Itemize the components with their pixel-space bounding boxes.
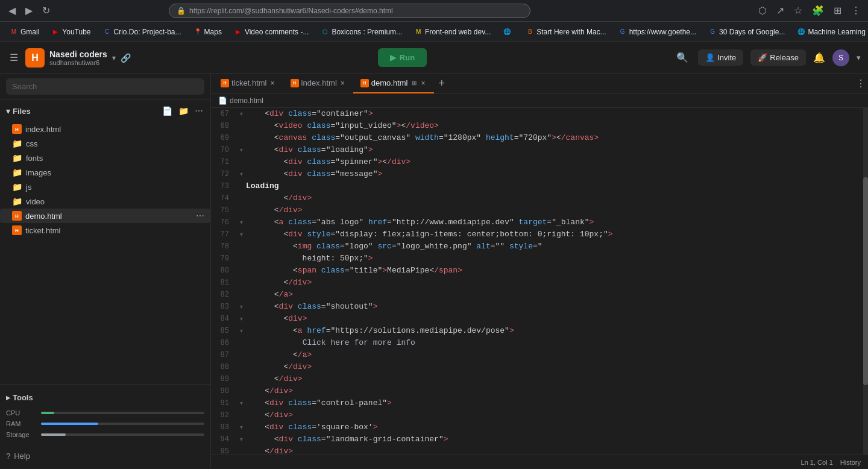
share-icon[interactable]: ↗ bbox=[774, 2, 787, 19]
line-row: 93▾ <div class='square-box'> bbox=[211, 421, 868, 433]
line-row: 74 </div> bbox=[211, 192, 868, 204]
bookmark-frontend[interactable]: M Front-end web dev... bbox=[409, 25, 495, 39]
bookmark-starthere[interactable]: B Start Here with Mac... bbox=[521, 25, 611, 39]
notifications-button[interactable]: 🔔 bbox=[813, 52, 825, 63]
release-button[interactable]: 🚀 Release bbox=[750, 49, 806, 66]
line-number: 89 bbox=[211, 373, 236, 385]
tab-demo-html[interactable]: H demo.html ⊞ × bbox=[353, 74, 434, 93]
bookmark-boxicons[interactable]: ⬡ Boxicons : Premium... bbox=[316, 25, 407, 39]
bookmark-maps[interactable]: 📍 Maps bbox=[189, 25, 227, 39]
refresh-button[interactable]: ↻ bbox=[39, 2, 54, 19]
criodo-favicon: C bbox=[103, 28, 112, 36]
folder-item-js[interactable]: 📁 js bbox=[0, 180, 210, 194]
help-button[interactable]: ? Help bbox=[0, 448, 210, 464]
line-row: 86 Click here for more info bbox=[211, 337, 868, 349]
line-row: 90 </div> bbox=[211, 385, 868, 397]
project-chevron-icon[interactable]: ▾ bbox=[112, 54, 116, 62]
url-text: https://replit.com/@sudhanshutiwar6/Nase… bbox=[189, 7, 393, 15]
add-tab-button[interactable]: + bbox=[434, 75, 450, 92]
line-row: 78 <img class="logo" src="logo_white.png… bbox=[211, 241, 868, 253]
bookmark-goethe[interactable]: G https://www.goethe... bbox=[614, 25, 701, 39]
line-gutter-icon bbox=[236, 337, 246, 349]
resource-bars: CPU RAM Storage bbox=[0, 406, 210, 448]
bookmark-ml[interactable]: 🌐 Machine Learning bbox=[792, 25, 868, 39]
tabs-bar: H ticket.html × H index.html × H demo.ht… bbox=[211, 74, 868, 94]
boxicons-favicon: ⬡ bbox=[321, 28, 329, 36]
address-bar[interactable]: 🔒 https://replit.com/@sudhanshutiwar6/Na… bbox=[169, 4, 530, 18]
settings-icon[interactable]: ⋮ bbox=[849, 2, 863, 19]
tools-header[interactable]: ▸ Tools bbox=[0, 389, 210, 406]
line-code: </div> bbox=[246, 385, 868, 397]
line-number: 82 bbox=[211, 289, 236, 301]
file-item-ticket-html[interactable]: H ticket.html bbox=[0, 223, 210, 238]
line-row: 84▾ <div> bbox=[211, 313, 868, 325]
code-scroll-area[interactable]: 67▾ <div class="container">68 <video cla… bbox=[211, 108, 868, 455]
hamburger-menu[interactable]: ☰ bbox=[7, 49, 20, 66]
history-label[interactable]: History bbox=[840, 459, 861, 466]
bookmark-youtube[interactable]: ▶ YouTube bbox=[46, 25, 95, 39]
extension-icon[interactable]: 🧩 bbox=[810, 2, 826, 19]
30days-favicon: G bbox=[708, 28, 717, 36]
line-row: 95 </div> bbox=[211, 445, 868, 455]
html-icon: H bbox=[12, 124, 22, 134]
line-number: 71 bbox=[211, 156, 236, 168]
tab-close-button[interactable]: × bbox=[420, 79, 427, 87]
file-item-demo-html[interactable]: H demo.html ⋯ bbox=[0, 209, 210, 223]
run-label: Run bbox=[400, 53, 415, 62]
line-code: <div class='square-box'> bbox=[246, 421, 868, 433]
cast-icon[interactable]: ⬡ bbox=[756, 2, 769, 19]
line-number: 93 bbox=[211, 421, 236, 433]
folder-item-images[interactable]: 📁 images bbox=[0, 165, 210, 180]
scrollbar-thumb[interactable] bbox=[863, 177, 868, 385]
line-row: 71 <div class="spinner"></div> bbox=[211, 156, 868, 168]
line-code: </div> bbox=[246, 409, 868, 421]
scrollbar-track[interactable] bbox=[863, 108, 868, 455]
cpu-bar-fill bbox=[41, 412, 54, 414]
file-options-icon[interactable]: ⋯ bbox=[196, 211, 204, 221]
line-gutter-icon bbox=[236, 156, 246, 168]
bookmark-30days[interactable]: G 30 Days of Google... bbox=[703, 25, 790, 39]
file-name: ticket.html bbox=[25, 226, 61, 235]
tab-index-html[interactable]: H index.html × bbox=[283, 74, 353, 93]
tab-ticket-html[interactable]: H ticket.html × bbox=[213, 74, 283, 93]
replit-logo: H bbox=[25, 48, 45, 68]
bookmark-gmail[interactable]: M Gmail bbox=[5, 25, 44, 39]
files-section-header[interactable]: ▾ Files 📄 📁 ⋯ bbox=[0, 100, 210, 122]
back-button[interactable]: ◀ bbox=[5, 2, 19, 19]
bookmark-criodo[interactable]: C Crio.Do: Project-ba... bbox=[98, 25, 186, 39]
line-code: <span class="title">MediaPipe</span> bbox=[246, 265, 868, 277]
folder-item-fonts[interactable]: 📁 fonts bbox=[0, 151, 210, 165]
new-file-button[interactable]: 📄 bbox=[161, 105, 174, 117]
avatar-chevron-icon[interactable]: ▾ bbox=[857, 53, 861, 62]
profile-icon[interactable]: ⊞ bbox=[831, 2, 844, 19]
line-row: 72▾ <div class="message"> bbox=[211, 168, 868, 180]
code-editor[interactable]: 67▾ <div class="container">68 <video cla… bbox=[211, 108, 868, 455]
forward-button[interactable]: ▶ bbox=[22, 2, 36, 19]
tab-close-button[interactable]: × bbox=[339, 79, 346, 87]
line-number: 84 bbox=[211, 313, 236, 325]
new-folder-button[interactable]: 📁 bbox=[177, 105, 190, 117]
tabs-menu-button[interactable]: ⋮ bbox=[856, 78, 866, 89]
link-icon[interactable]: 🔗 bbox=[121, 53, 131, 63]
user-avatar[interactable]: S bbox=[832, 49, 849, 66]
folder-item-video[interactable]: 📁 video bbox=[0, 194, 210, 209]
file-item-index-html[interactable]: H index.html bbox=[0, 122, 210, 136]
bookmark-video-comments[interactable]: ▶ Video comments -... bbox=[229, 25, 314, 39]
tab-split-icon[interactable]: ⊞ bbox=[410, 78, 418, 87]
run-button[interactable]: ▶ Run bbox=[378, 48, 427, 67]
search-input[interactable] bbox=[6, 78, 204, 95]
line-number: 77 bbox=[211, 228, 236, 241]
tab-close-button[interactable]: × bbox=[269, 79, 276, 87]
browser-chrome: ◀ ▶ ↻ 🔒 https://replit.com/@sudhanshutiw… bbox=[0, 0, 868, 22]
line-gutter-icon: ▾ bbox=[236, 168, 246, 180]
search-icon-button[interactable]: 🔍 bbox=[674, 49, 691, 66]
folder-item-css[interactable]: 📁 css bbox=[0, 136, 210, 151]
line-gutter-icon: ▾ bbox=[236, 228, 246, 241]
bookmark-blank[interactable]: 🌐 bbox=[498, 25, 518, 39]
invite-button[interactable]: 👤 Invite bbox=[698, 49, 743, 66]
line-gutter-icon: ▾ bbox=[236, 108, 246, 120]
star-icon[interactable]: ☆ bbox=[791, 2, 805, 19]
files-more-button[interactable]: ⋯ bbox=[193, 105, 204, 117]
file-name: demo.html bbox=[25, 212, 62, 221]
tab-html-icon: H bbox=[291, 79, 299, 87]
